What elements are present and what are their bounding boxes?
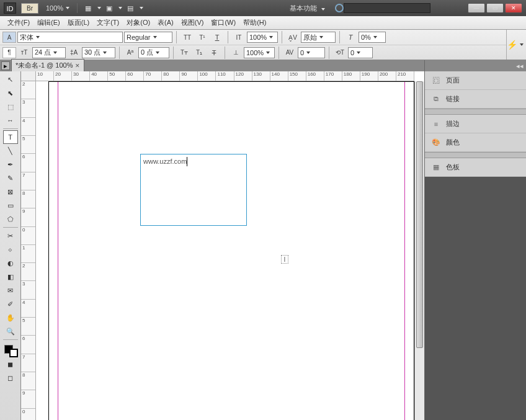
view-options-icon[interactable]: ▦ [82, 3, 94, 13]
menu-view[interactable]: 视图(V) [177, 17, 208, 29]
page-tool[interactable]: ⬚ [3, 100, 18, 114]
horizontal-ruler[interactable]: 1020304050607080901001101201301401501601… [36, 71, 414, 81]
menu-edit[interactable]: 编辑(E) [33, 17, 64, 29]
charrotate-combo[interactable]: 0 [348, 47, 373, 58]
font-style-combo[interactable]: Regular [124, 32, 172, 43]
menu-type[interactable]: 文字(T) [93, 17, 123, 29]
maximize-button[interactable]: ▭ [486, 3, 504, 13]
hscale-icon: ⊥ [229, 47, 243, 58]
paragraph-format-button[interactable]: ¶ [2, 47, 16, 58]
charrotate-icon: ⟲T [333, 47, 347, 58]
chevron-down-icon[interactable] [97, 7, 101, 9]
close-button[interactable]: ✕ [505, 3, 522, 13]
tracking-combo[interactable]: 0 [298, 47, 325, 58]
fill-stroke-swap[interactable] [3, 344, 18, 357]
type-tool[interactable]: T [3, 130, 18, 144]
line-tool[interactable]: ╲ [3, 144, 18, 158]
underline-button[interactable]: T [210, 32, 224, 43]
menu-help[interactable]: 帮助(H) [239, 17, 270, 29]
smallcaps-button[interactable]: Tᴛ [177, 47, 191, 58]
chevron-down-icon[interactable] [118, 7, 122, 9]
apply-fill-button[interactable]: ◼ [3, 357, 18, 371]
gap-tool[interactable]: ↔ [3, 114, 18, 127]
baseline-combo[interactable]: 0 点 [138, 47, 169, 58]
text-caret [187, 157, 187, 166]
menu-layout[interactable]: 版面(L) [64, 17, 93, 29]
help-search-icon[interactable] [335, 4, 344, 12]
panel-swatches[interactable]: ▦色板 [425, 158, 526, 177]
kerning-combo[interactable]: 原始 [301, 32, 336, 43]
vscale-combo[interactable]: 100% [247, 32, 278, 43]
selection-tool[interactable]: ↖ [3, 73, 18, 86]
panel-color[interactable]: 🎨颜色 [425, 133, 526, 152]
note-tool[interactable]: ✉ [3, 284, 18, 297]
hand-tool[interactable]: ✋ [3, 311, 18, 324]
superscript-button[interactable]: T¹ [195, 32, 209, 43]
bridge-button[interactable]: Br [21, 3, 38, 14]
arrange-icon[interactable]: ▤ [125, 3, 136, 13]
menu-window[interactable]: 窗口(W) [207, 17, 239, 29]
menu-table[interactable]: 表(A) [154, 17, 177, 29]
quick-apply-icon[interactable]: ⚡ [507, 40, 517, 50]
screen-mode-icon[interactable]: ▣ [104, 3, 115, 13]
font-size-combo[interactable]: 24 点 [32, 47, 66, 58]
text-content[interactable]: www.uzzf.com [143, 158, 187, 165]
zoom-level[interactable]: 100% [46, 4, 63, 12]
app-logo: ID [4, 2, 16, 14]
expand-panels-icon[interactable]: ◂◂ [516, 62, 524, 70]
panel-stroke[interactable]: ≡描边 [425, 115, 526, 133]
stroke-icon: ≡ [431, 120, 441, 128]
scissors-tool[interactable]: ✂ [3, 229, 18, 243]
document-canvas[interactable]: www.uzzf.com I [36, 81, 414, 420]
collapse-toolbox-button[interactable]: ▸ [1, 61, 10, 70]
toolbox: ↖ ⬉ ⬚ ↔ T ╲ ✒ ✎ ⊠ ▭ ⬠ ✂ ⟐ ◐ ◧ ✉ ✐ ✋ 🔍 [0, 71, 21, 420]
links-icon: ⧉ [431, 95, 441, 104]
work-area: ▸ *未命名-1 @ 100%✕ ↖ ⬉ ⬚ ↔ T ╲ ✒ ✎ ⊠ ▭ ⬠ [0, 60, 526, 420]
chevron-down-icon[interactable] [140, 7, 143, 9]
rectangle-frame-tool[interactable]: ⊠ [3, 185, 18, 199]
hscale-combo[interactable]: 100% [244, 47, 275, 58]
menu-bar: 文件(F) 编辑(E) 版面(L) 文字(T) 对象(O) 表(A) 视图(V)… [0, 16, 526, 30]
vertical-ruler[interactable]: 2345678901234567890 [21, 81, 36, 420]
panel-links[interactable]: ⧉链接 [425, 90, 526, 109]
minimize-button[interactable]: — [468, 3, 485, 13]
zoom-tool[interactable]: 🔍 [3, 324, 18, 338]
subscript-button[interactable]: T₁ [192, 47, 206, 58]
strikethrough-button[interactable]: T [207, 47, 221, 58]
fontsize-icon: тT [17, 47, 31, 58]
font-family-combo[interactable]: 宋体 [17, 32, 123, 43]
eyedropper-tool[interactable]: ✐ [3, 297, 18, 311]
polygon-tool[interactable]: ⬠ [3, 212, 18, 226]
pages-icon: ⿴ [431, 76, 441, 85]
help-search-input[interactable] [344, 3, 430, 13]
workspace-switcher[interactable]: 基本功能 [290, 4, 328, 13]
skew-combo[interactable]: 0% [359, 32, 386, 43]
chevron-down-icon[interactable] [66, 7, 69, 9]
pen-tool[interactable]: ✒ [3, 158, 18, 171]
tracking-icon: AV [283, 47, 296, 58]
view-mode-button[interactable]: ◻ [3, 371, 18, 385]
margin-guides [58, 82, 405, 420]
ruler-origin[interactable] [21, 71, 36, 81]
vertical-scrollbar[interactable] [414, 81, 424, 420]
text-frame[interactable]: www.uzzf.com [140, 154, 247, 226]
swatches-icon: ▦ [431, 163, 441, 172]
panel-pages[interactable]: ⿴页面 [425, 71, 526, 90]
document-tab[interactable]: *未命名-1 @ 100%✕ [11, 59, 84, 71]
vscale-icon: IT [232, 32, 246, 43]
chevron-down-icon [321, 8, 325, 11]
gradient-feather-tool[interactable]: ◧ [3, 270, 18, 284]
leading-combo[interactable]: 30 点 [82, 47, 115, 58]
allcaps-button[interactable]: TT [181, 32, 194, 43]
pencil-tool[interactable]: ✎ [3, 171, 18, 185]
menu-object[interactable]: 对象(O) [123, 17, 154, 29]
gradient-swatch-tool[interactable]: ◐ [3, 256, 18, 270]
menu-file[interactable]: 文件(F) [4, 17, 33, 29]
character-format-button[interactable]: A [2, 32, 16, 43]
transform-tool[interactable]: ⟐ [3, 243, 18, 256]
rectangle-tool[interactable]: ▭ [3, 199, 18, 212]
panel-menu-icon[interactable] [520, 43, 524, 46]
canvas-area: 1020304050607080901001101201301401501601… [21, 71, 424, 420]
close-tab-icon[interactable]: ✕ [75, 63, 80, 69]
direct-selection-tool[interactable]: ⬉ [3, 86, 18, 100]
